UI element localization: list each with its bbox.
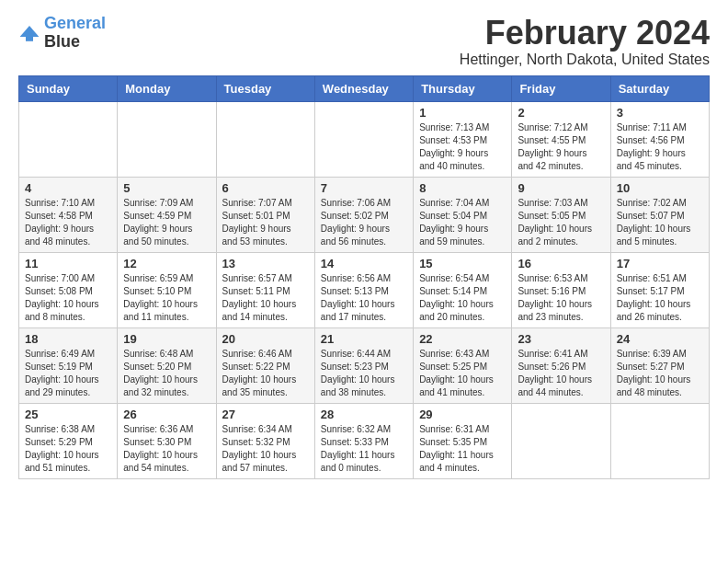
calendar-cell xyxy=(512,403,610,478)
day-number: 28 xyxy=(321,408,407,421)
calendar-cell: 14Sunrise: 6:56 AMSunset: 5:13 PMDayligh… xyxy=(314,252,413,327)
calendar-cell: 15Sunrise: 6:54 AMSunset: 5:14 PMDayligh… xyxy=(414,252,512,327)
day-number: 9 xyxy=(518,181,604,195)
day-number: 13 xyxy=(222,257,309,270)
calendar-cell: 26Sunrise: 6:36 AMSunset: 5:30 PMDayligh… xyxy=(118,403,216,478)
day-number: 23 xyxy=(518,332,604,346)
day-info: Sunrise: 7:09 AMSunset: 4:59 PMDaylight:… xyxy=(123,197,210,248)
day-number: 6 xyxy=(222,181,309,195)
day-number: 20 xyxy=(222,332,309,346)
day-info: Sunrise: 7:13 AMSunset: 4:53 PMDaylight:… xyxy=(419,121,506,173)
calendar-cell: 17Sunrise: 6:51 AMSunset: 5:17 PMDayligh… xyxy=(610,252,709,327)
day-number: 12 xyxy=(123,257,210,270)
day-number: 18 xyxy=(25,332,111,346)
calendar-cell: 9Sunrise: 7:03 AMSunset: 5:05 PMDaylight… xyxy=(512,177,610,252)
header-tuesday: Tuesday xyxy=(216,75,314,101)
day-number: 15 xyxy=(419,257,506,270)
calendar-cell xyxy=(314,101,413,177)
day-info: Sunrise: 6:54 AMSunset: 5:14 PMDaylight:… xyxy=(419,272,506,324)
day-info: Sunrise: 6:51 AMSunset: 5:17 PMDaylight:… xyxy=(617,272,703,324)
calendar-week-3: 11Sunrise: 7:00 AMSunset: 5:08 PMDayligh… xyxy=(19,252,710,327)
calendar-cell xyxy=(118,101,216,177)
day-info: Sunrise: 6:48 AMSunset: 5:20 PMDaylight:… xyxy=(123,348,210,399)
day-number: 27 xyxy=(222,408,309,421)
day-info: Sunrise: 6:36 AMSunset: 5:30 PMDaylight:… xyxy=(123,423,210,475)
day-number: 3 xyxy=(617,106,703,120)
calendar-cell: 1Sunrise: 7:13 AMSunset: 4:53 PMDaylight… xyxy=(414,101,512,177)
day-info: Sunrise: 6:59 AMSunset: 5:10 PMDaylight:… xyxy=(123,272,210,324)
day-info: Sunrise: 7:06 AMSunset: 5:02 PMDaylight:… xyxy=(321,197,407,248)
header-wednesday: Wednesday xyxy=(314,75,413,101)
day-number: 8 xyxy=(419,181,506,195)
day-number: 7 xyxy=(321,181,407,195)
day-info: Sunrise: 6:39 AMSunset: 5:27 PMDaylight:… xyxy=(617,348,703,399)
calendar-week-5: 25Sunrise: 6:38 AMSunset: 5:29 PMDayligh… xyxy=(19,403,710,478)
calendar-cell: 13Sunrise: 6:57 AMSunset: 5:11 PMDayligh… xyxy=(216,252,314,327)
day-number: 1 xyxy=(419,106,506,120)
day-info: Sunrise: 6:49 AMSunset: 5:19 PMDaylight:… xyxy=(25,348,111,399)
day-number: 16 xyxy=(518,257,604,270)
day-info: Sunrise: 7:10 AMSunset: 4:58 PMDaylight:… xyxy=(25,197,111,248)
logo-icon xyxy=(18,22,40,44)
day-info: Sunrise: 6:44 AMSunset: 5:23 PMDaylight:… xyxy=(321,348,407,399)
day-info: Sunrise: 6:46 AMSunset: 5:22 PMDaylight:… xyxy=(222,348,309,399)
calendar-cell: 8Sunrise: 7:04 AMSunset: 5:04 PMDaylight… xyxy=(414,177,512,252)
day-info: Sunrise: 6:56 AMSunset: 5:13 PMDaylight:… xyxy=(321,272,407,324)
day-number: 14 xyxy=(321,257,407,270)
day-number: 22 xyxy=(419,332,506,346)
calendar-cell: 21Sunrise: 6:44 AMSunset: 5:23 PMDayligh… xyxy=(314,327,413,403)
calendar-cell: 4Sunrise: 7:10 AMSunset: 4:58 PMDaylight… xyxy=(19,177,118,252)
calendar-cell: 10Sunrise: 7:02 AMSunset: 5:07 PMDayligh… xyxy=(610,177,709,252)
header-monday: Monday xyxy=(118,75,216,101)
main-title: February 2024 xyxy=(460,15,710,52)
day-info: Sunrise: 7:00 AMSunset: 5:08 PMDaylight:… xyxy=(25,272,111,324)
day-info: Sunrise: 6:57 AMSunset: 5:11 PMDaylight:… xyxy=(222,272,309,324)
calendar-cell: 27Sunrise: 6:34 AMSunset: 5:32 PMDayligh… xyxy=(216,403,314,478)
subtitle: Hettinger, North Dakota, United States xyxy=(460,52,710,68)
svg-rect-1 xyxy=(26,37,33,41)
logo-text: GeneralBlue xyxy=(44,15,106,52)
calendar-week-2: 4Sunrise: 7:10 AMSunset: 4:58 PMDaylight… xyxy=(19,177,710,252)
day-info: Sunrise: 7:03 AMSunset: 5:05 PMDaylight:… xyxy=(518,197,604,248)
calendar-cell xyxy=(19,101,118,177)
calendar-cell: 2Sunrise: 7:12 AMSunset: 4:55 PMDaylight… xyxy=(512,101,610,177)
calendar-cell: 6Sunrise: 7:07 AMSunset: 5:01 PMDaylight… xyxy=(216,177,314,252)
day-info: Sunrise: 7:04 AMSunset: 5:04 PMDaylight:… xyxy=(419,197,506,248)
day-number: 25 xyxy=(25,408,111,421)
day-number: 11 xyxy=(25,257,111,270)
day-number: 26 xyxy=(123,408,210,421)
day-info: Sunrise: 6:32 AMSunset: 5:33 PMDaylight:… xyxy=(321,423,407,475)
calendar-cell xyxy=(216,101,314,177)
day-info: Sunrise: 6:41 AMSunset: 5:26 PMDaylight:… xyxy=(518,348,604,399)
day-number: 17 xyxy=(617,257,703,270)
calendar-cell: 20Sunrise: 6:46 AMSunset: 5:22 PMDayligh… xyxy=(216,327,314,403)
header-friday: Friday xyxy=(512,75,610,101)
calendar-table: SundayMondayTuesdayWednesdayThursdayFrid… xyxy=(18,75,710,479)
day-info: Sunrise: 7:02 AMSunset: 5:07 PMDaylight:… xyxy=(617,197,703,248)
day-info: Sunrise: 6:31 AMSunset: 5:35 PMDaylight:… xyxy=(419,423,506,475)
calendar-header-row: SundayMondayTuesdayWednesdayThursdayFrid… xyxy=(19,75,710,101)
day-number: 2 xyxy=(518,106,604,120)
day-info: Sunrise: 6:43 AMSunset: 5:25 PMDaylight:… xyxy=(419,348,506,399)
day-info: Sunrise: 6:34 AMSunset: 5:32 PMDaylight:… xyxy=(222,423,309,475)
calendar-week-1: 1Sunrise: 7:13 AMSunset: 4:53 PMDaylight… xyxy=(19,101,710,177)
title-section: February 2024 Hettinger, North Dakota, U… xyxy=(460,15,710,68)
day-info: Sunrise: 6:38 AMSunset: 5:29 PMDaylight:… xyxy=(25,423,111,475)
day-number: 21 xyxy=(321,332,407,346)
calendar-cell: 19Sunrise: 6:48 AMSunset: 5:20 PMDayligh… xyxy=(118,327,216,403)
calendar-cell: 22Sunrise: 6:43 AMSunset: 5:25 PMDayligh… xyxy=(414,327,512,403)
day-info: Sunrise: 7:12 AMSunset: 4:55 PMDaylight:… xyxy=(518,121,604,173)
day-number: 19 xyxy=(123,332,210,346)
calendar-cell xyxy=(610,403,709,478)
header-sunday: Sunday xyxy=(19,75,118,101)
day-number: 29 xyxy=(419,408,506,421)
calendar-cell: 3Sunrise: 7:11 AMSunset: 4:56 PMDaylight… xyxy=(610,101,709,177)
calendar-cell: 18Sunrise: 6:49 AMSunset: 5:19 PMDayligh… xyxy=(19,327,118,403)
calendar-cell: 7Sunrise: 7:06 AMSunset: 5:02 PMDaylight… xyxy=(314,177,413,252)
day-number: 24 xyxy=(617,332,703,346)
calendar-cell: 16Sunrise: 6:53 AMSunset: 5:16 PMDayligh… xyxy=(512,252,610,327)
calendar-cell: 25Sunrise: 6:38 AMSunset: 5:29 PMDayligh… xyxy=(19,403,118,478)
day-info: Sunrise: 7:11 AMSunset: 4:56 PMDaylight:… xyxy=(617,121,703,173)
header-saturday: Saturday xyxy=(610,75,709,101)
header-thursday: Thursday xyxy=(414,75,512,101)
